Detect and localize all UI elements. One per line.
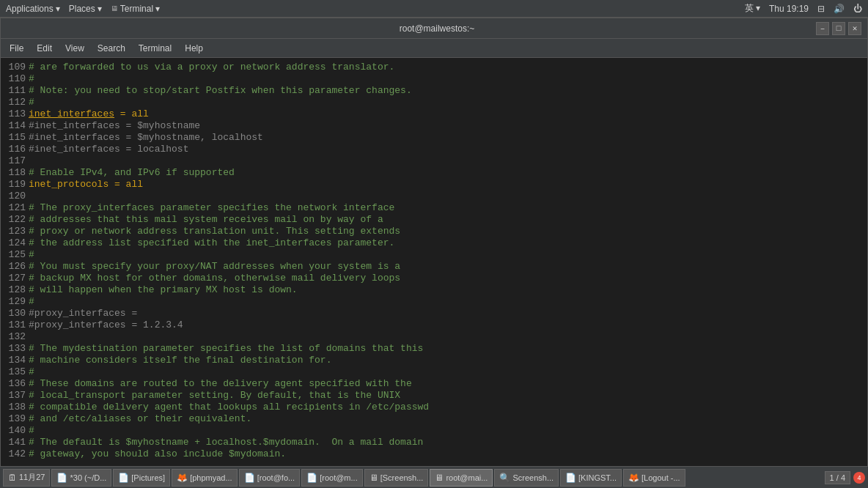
table-row: 141# The default is $myhostname + localh…	[4, 436, 864, 448]
table-row: 142# gateway, you should also include $m…	[4, 448, 864, 459]
line-content: #proxy_interfaces =	[29, 308, 137, 319]
line-content: # and /etc/aliases or their equivalent.	[29, 413, 251, 424]
table-row: 118# Enable IPv4, and IPv6 if supported	[4, 166, 864, 178]
line-content: inet_protocols = all	[29, 179, 143, 190]
terminal-content[interactable]: 109# are forwarded to us via a proxy or …	[1, 58, 867, 471]
table-row: 126# You must specify your proxy/NAT add…	[4, 260, 864, 272]
line-content: # proxy or network address translation u…	[29, 226, 400, 237]
line-content: # The proxy_interfaces parameter specifi…	[29, 202, 394, 213]
table-row: 113inet_interfaces = all	[4, 108, 864, 119]
clock: Thu 19:19	[769, 4, 809, 14]
line-number: 142	[4, 448, 26, 459]
line-number: 133	[4, 343, 26, 354]
line-number: 118	[4, 167, 26, 178]
line-number: 122	[4, 214, 26, 225]
line-number: 109	[4, 62, 26, 73]
taskbar-label: [root@fo...	[257, 473, 295, 482]
line-number: 114	[4, 120, 26, 131]
notification-badge[interactable]: 4	[853, 472, 865, 484]
places-menu[interactable]: Places ▾	[69, 4, 102, 14]
line-number: 119	[4, 179, 26, 190]
terminal-menu[interactable]: 🖥 Terminal ▾	[111, 4, 160, 14]
table-row: 127# backup MX host for other domains, o…	[4, 272, 864, 284]
line-number: 120	[4, 191, 26, 202]
line-content: # addresses that this mail system receiv…	[29, 214, 383, 225]
view-menu[interactable]: View	[59, 42, 90, 55]
line-number: 127	[4, 273, 26, 284]
line-content: # will happen when the primary MX host i…	[29, 284, 298, 295]
maximize-button[interactable]: □	[832, 22, 845, 35]
table-row: 129#	[4, 295, 864, 307]
line-content: # backup MX host for other domains, othe…	[29, 273, 400, 284]
table-row: 125#	[4, 248, 864, 260]
page-indicator: 1 / 4	[825, 471, 850, 484]
taskbar-right: 1 / 44	[825, 471, 865, 484]
help-menu[interactable]: Help	[179, 42, 209, 55]
applications-menu[interactable]: Applications ▾	[6, 4, 60, 14]
minimize-button[interactable]: –	[816, 22, 829, 35]
taskbar-item[interactable]: 🗓11月27	[3, 469, 50, 487]
table-row: 138# compatible delivery agent that look…	[4, 401, 864, 413]
taskbar-item[interactable]: 📄*30 (~/D...	[51, 469, 111, 487]
taskbar-icon: 📄	[244, 473, 255, 483]
taskbar-item[interactable]: 🖥root@mai...	[430, 469, 493, 487]
line-content: # local_transport parameter setting. By …	[29, 390, 400, 401]
line-number: 117	[4, 155, 26, 166]
close-button[interactable]: ✕	[848, 22, 861, 35]
table-row: 137# local_transport parameter setting. …	[4, 389, 864, 401]
taskbar-icon: 📄	[306, 473, 317, 483]
line-number: 130	[4, 308, 26, 319]
table-row: 135#	[4, 366, 864, 377]
line-content: # the address list specified with the in…	[29, 237, 394, 248]
line-number: 137	[4, 390, 26, 401]
line-number: 125	[4, 249, 26, 260]
taskbar-item[interactable]: 🦊[phpmyad...	[172, 469, 237, 487]
table-row: 140#	[4, 424, 864, 436]
taskbar-item[interactable]: 🔍Screensh...	[494, 469, 559, 487]
table-row: 117	[4, 155, 864, 166]
table-row: 119inet_protocols = all	[4, 178, 864, 190]
taskbar-item[interactable]: 📄[root@fo...	[239, 469, 301, 487]
taskbar-label: [root@m...	[320, 473, 358, 482]
system-bar-left: Applications ▾ Places ▾ 🖥 Terminal ▾	[6, 4, 160, 14]
taskbar-item[interactable]: 🖥[Screensh...	[364, 469, 429, 487]
window-icon: ⊟	[817, 4, 825, 14]
line-content: # are forwarded to us via a proxy or net…	[29, 62, 394, 73]
line-number: 138	[4, 402, 26, 413]
edit-menu[interactable]: Edit	[31, 42, 58, 55]
line-content: #	[29, 73, 34, 84]
line-content: inet_interfaces = all	[29, 108, 149, 119]
places-label: Places	[69, 4, 95, 14]
line-content: #	[29, 425, 34, 436]
language-indicator: 英 ▾	[745, 2, 760, 15]
taskbar: 🗓11月27📄*30 (~/D...📄[Pictures]🦊[phpmyad..…	[0, 466, 868, 488]
table-row: 111# Note: you need to stop/start Postfi…	[4, 84, 864, 96]
file-menu[interactable]: File	[4, 42, 29, 55]
taskbar-label: [Logout -...	[641, 473, 680, 482]
taskbar-icon: 🖥	[369, 473, 378, 483]
taskbar-item[interactable]: 📄[Pictures]	[113, 469, 170, 487]
table-row: 114#inet_interfaces = $myhostname	[4, 119, 864, 131]
title-bar: root@mailwestos:~ – □ ✕	[1, 18, 867, 39]
table-row: 123# proxy or network address translatio…	[4, 225, 864, 237]
terminal-label: Terminal	[120, 4, 153, 14]
taskbar-label: 11月27	[19, 472, 45, 483]
taskbar-icon: 🦊	[177, 473, 188, 483]
line-content: #proxy_interfaces = 1.2.3.4	[29, 319, 183, 330]
taskbar-icon: 🖥	[435, 473, 444, 483]
line-content: # Enable IPv4, and IPv6 if supported	[29, 167, 235, 178]
line-content: #inet_interfaces = $myhostname	[29, 120, 200, 131]
taskbar-item[interactable]: 🦊[Logout -...	[623, 469, 685, 487]
window-title: root@mailwestos:~	[58, 23, 816, 34]
line-number: 124	[4, 237, 26, 248]
taskbar-item[interactable]: 📄[root@m...	[301, 469, 363, 487]
search-menu[interactable]: Search	[92, 42, 131, 55]
line-number: 140	[4, 425, 26, 436]
terminal-menu-item[interactable]: Terminal	[133, 42, 177, 55]
line-content: #	[29, 249, 34, 260]
line-content: # These domains are routed to the delive…	[29, 378, 412, 389]
line-number: 139	[4, 413, 26, 424]
line-number: 136	[4, 378, 26, 389]
line-number: 132	[4, 331, 26, 342]
taskbar-item[interactable]: 📄[KINGST...	[560, 469, 622, 487]
